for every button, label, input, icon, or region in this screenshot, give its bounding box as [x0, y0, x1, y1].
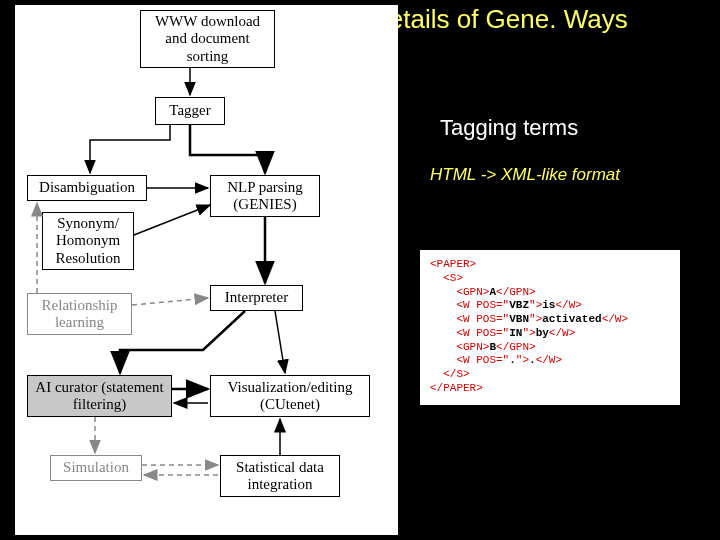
- subtitle-format: HTML -> XML-like format: [430, 165, 620, 185]
- svg-line-6: [275, 311, 285, 373]
- box-interp: Interpreter: [210, 285, 303, 311]
- subtitle-tagging: Tagging terms: [440, 115, 578, 141]
- flowchart-diagram: WWW download and document sorting Tagger…: [15, 5, 398, 535]
- box-www: WWW download and document sorting: [140, 10, 275, 68]
- box-tagger: Tagger: [155, 97, 225, 125]
- box-stat: Statistical data integration: [220, 455, 340, 497]
- box-syn: Synonym/ Homonym Resolution: [42, 212, 134, 270]
- svg-line-2: [134, 205, 210, 235]
- box-nlp: NLP parsing (GENIES): [210, 175, 320, 217]
- box-viz: Visualization/editing (CUtenet): [210, 375, 370, 417]
- slide-title: Details of Gene. Ways: [370, 4, 628, 35]
- box-rel: Relationship learning: [27, 293, 132, 335]
- box-sim: Simulation: [50, 455, 142, 481]
- box-ai: AI curator (statement filtering): [27, 375, 172, 417]
- xml-code-example: <PAPER> <S> <GPN>A</GPN> <W POS="VBZ">is…: [420, 250, 680, 405]
- svg-line-4: [132, 298, 208, 305]
- box-disambig: Disambiguation: [27, 175, 147, 201]
